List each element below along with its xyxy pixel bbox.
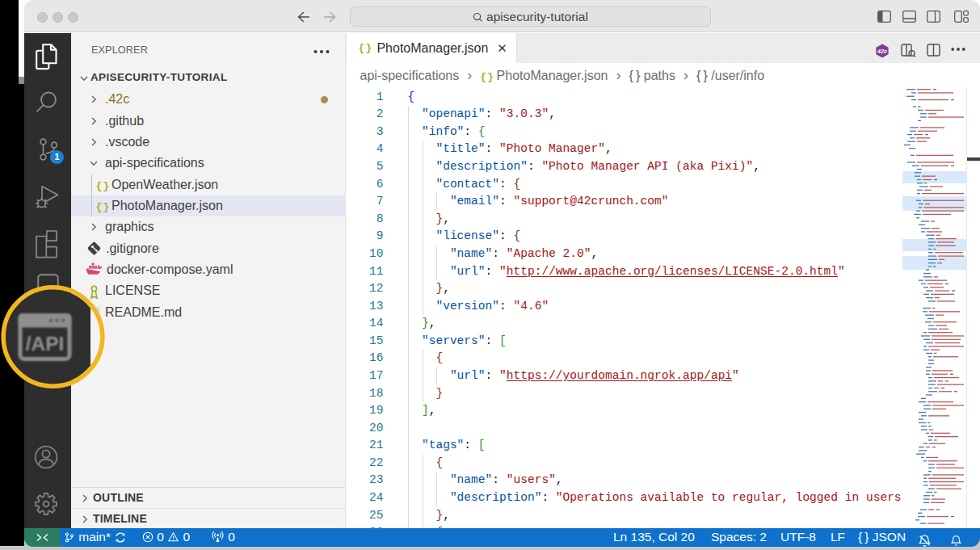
svg-text:/API: /API [26,333,65,355]
svg-text:1: 1 [54,152,59,162]
svg-text:42c: 42c [877,48,887,55]
